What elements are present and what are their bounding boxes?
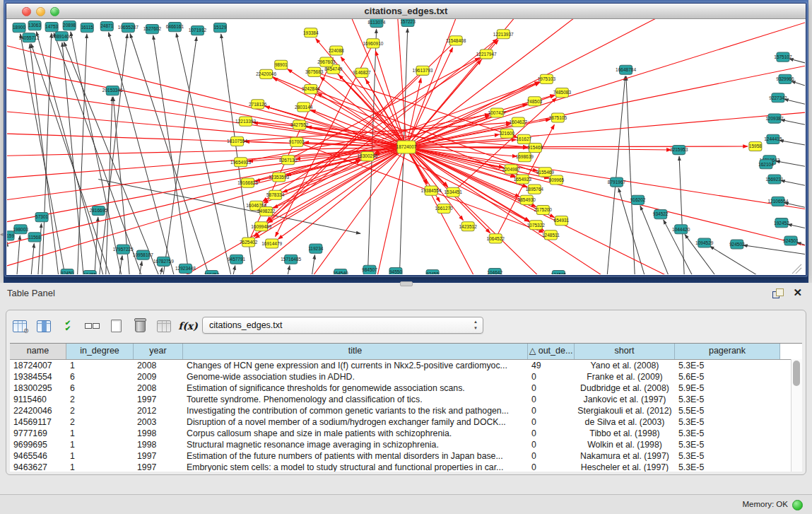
new-table-icon[interactable] — [108, 318, 124, 334]
cell-short: Yano et al. (2008) — [575, 360, 675, 371]
graph-edge — [781, 180, 805, 188]
column-header-name[interactable]: name — [10, 344, 66, 359]
vertical-scrollbar[interactable] — [791, 359, 802, 472]
graph-node-label: 12213937 — [493, 32, 514, 37]
graph-node-label: 984507 — [362, 267, 377, 272]
table-header-row: namein_degreeyeartitle△ out_de...shortpa… — [10, 343, 802, 360]
cell-in-degree: 1 — [66, 439, 134, 450]
table-row[interactable]: 1830029562008Estimation of significance … — [10, 382, 802, 394]
cell-in-degree: 6 — [66, 382, 134, 394]
node-table: namein_degreeyeartitle△ out_de...shortpa… — [10, 343, 802, 472]
table-settings-icon[interactable]: ⚙ — [12, 318, 28, 334]
table-selector-dropdown[interactable]: citations_edges.txt ▲▼ — [202, 317, 483, 334]
table-row[interactable]: 946362711997Embryonic stem cells: a mode… — [10, 462, 802, 472]
row-height-icon[interactable] — [84, 318, 100, 334]
graph-node-label: 12923448 — [175, 266, 196, 271]
table-row[interactable]: 911546021997Tourette syndrome. Phenomeno… — [10, 394, 802, 405]
graph-node-label: 1698639 — [516, 154, 534, 159]
table-row[interactable]: 946554611997Estimation of the future num… — [10, 450, 802, 462]
table-row[interactable]: 1872400712008Changes of HCN gene express… — [10, 360, 802, 371]
graph-edge — [261, 39, 498, 226]
graph-node-label: 6466161 — [166, 24, 184, 29]
network-canvas[interactable]: 1890013063147532089816115248711065528715… — [7, 19, 805, 274]
cell-title: Estimation of the future numbers of pati… — [183, 450, 528, 462]
column-settings-icon[interactable] — [36, 318, 52, 334]
table-row[interactable]: 1456911722003Disruption of a novel membe… — [10, 416, 802, 428]
graph-edge — [626, 76, 635, 274]
graph-node-label: 1575107 — [774, 54, 792, 59]
graph-node-label: 2816695 — [90, 208, 108, 213]
graph-edge — [98, 180, 360, 234]
splitter-grip[interactable] — [400, 281, 413, 286]
function-builder-icon[interactable]: f(x) — [180, 318, 196, 334]
network-window-title: citations_edges.txt — [6, 4, 806, 18]
graph-node-label: 1527602 — [143, 26, 162, 31]
selection-mode-icon[interactable]: ✔✔ — [60, 318, 76, 334]
delete-table-icon[interactable] — [132, 318, 148, 334]
graph-edge — [788, 224, 805, 231]
column-header-short[interactable]: short — [575, 344, 675, 359]
graph-node-label: 16782759 — [153, 259, 174, 264]
column-header-out-de-[interactable]: △ out_de... — [528, 344, 575, 359]
network-window[interactable]: citations_edges.txt 18900130631475320898… — [6, 3, 806, 276]
graph-node-label: 19613793 — [413, 68, 433, 73]
cell-name: 18724007 — [10, 360, 66, 371]
graph-node-label: 12217947 — [476, 52, 497, 57]
column-header-title[interactable]: title — [183, 344, 528, 359]
table-row[interactable]: 1938455462009Genome-wide association stu… — [10, 371, 802, 382]
graph-edge — [784, 99, 805, 107]
graph-node-label: 748503 — [526, 99, 542, 104]
graph-node-label: 14055712 — [19, 35, 40, 40]
graph-node-label: 14753 — [45, 24, 58, 29]
graph-node-label: 924502 — [729, 242, 745, 247]
graph-node-label: 15716485 — [281, 257, 301, 262]
table-row[interactable]: 977716911998Corpus callosum shape and si… — [10, 428, 802, 439]
graph-node-label: 15129 — [213, 25, 226, 30]
graph-edge — [743, 245, 805, 257]
network-window-titlebar[interactable]: citations_edges.txt — [6, 4, 806, 19]
scrollbar-thumb[interactable] — [793, 361, 800, 386]
graph-node-label: 1075322 — [527, 223, 546, 228]
graph-node-label: 8267130 — [279, 158, 298, 163]
graph-node-label: 11568 — [28, 235, 41, 240]
cell-title: Disruption of a novel member of a sodium… — [183, 416, 528, 428]
cell-year: 2008 — [134, 382, 183, 394]
graph-node-label: 7485083 — [553, 90, 572, 95]
column-header-pagerank[interactable]: pagerank — [675, 344, 780, 359]
graph-node-label: 916202 — [630, 197, 646, 202]
graph-node-label: 93159 — [7, 233, 14, 238]
memory-status-icon — [792, 500, 803, 510]
graph-node-label: 9146827 — [353, 70, 371, 75]
graph-node-label: 1044420 — [672, 227, 690, 232]
graph-node-label: 3215953 — [670, 147, 688, 152]
cell-name: 9115460 — [10, 394, 66, 405]
graph-node-label: 934522 — [653, 211, 669, 216]
graph-node-label: 7625402 — [240, 240, 258, 245]
column-header-in-degree[interactable]: in_degree — [66, 344, 134, 359]
close-panel-icon[interactable]: ✕ — [793, 286, 802, 299]
panel-collapse-arrow-icon[interactable]: ◂ — [0, 229, 4, 239]
cell-pagerank: 5.6E-5 — [675, 371, 780, 382]
cell-title: Tourette syndrome. Phenomenology and cla… — [183, 394, 528, 405]
graph-node-label: 16115 — [81, 25, 93, 30]
cell-in-degree: 6 — [66, 371, 134, 382]
graph-node-label: 1875105 — [549, 115, 567, 120]
graph-node-label: 1071912 — [189, 28, 207, 33]
column-header-year[interactable]: year — [134, 344, 183, 359]
graph-node-label: 1854930 — [518, 197, 536, 202]
graph-node-label: 1423512 — [459, 224, 477, 229]
graph-node-label: 18107554 — [227, 139, 247, 144]
graph-node-label: 20153346 — [102, 88, 123, 93]
graph-node-label: 13063 — [28, 23, 41, 28]
cell-name: 9777169 — [10, 428, 66, 439]
graph-node-label: 224088 — [329, 48, 344, 53]
graph-node-label: 109452 — [204, 272, 220, 274]
table-row[interactable]: 969969511998Structural magnetic resonanc… — [10, 439, 802, 450]
graph-node-label: 24871 — [100, 23, 113, 28]
cell-in-degree: 1 — [66, 360, 134, 371]
table-row[interactable]: 2242004622012Investigating the contribut… — [10, 405, 802, 416]
float-panel-icon[interactable] — [772, 288, 784, 298]
cell-name: 9465546 — [10, 450, 66, 462]
network-desktop: citations_edges.txt 18900130631475320898… — [4, 0, 808, 283]
cell-title: Genome-wide association studies in ADHD. — [183, 371, 528, 382]
